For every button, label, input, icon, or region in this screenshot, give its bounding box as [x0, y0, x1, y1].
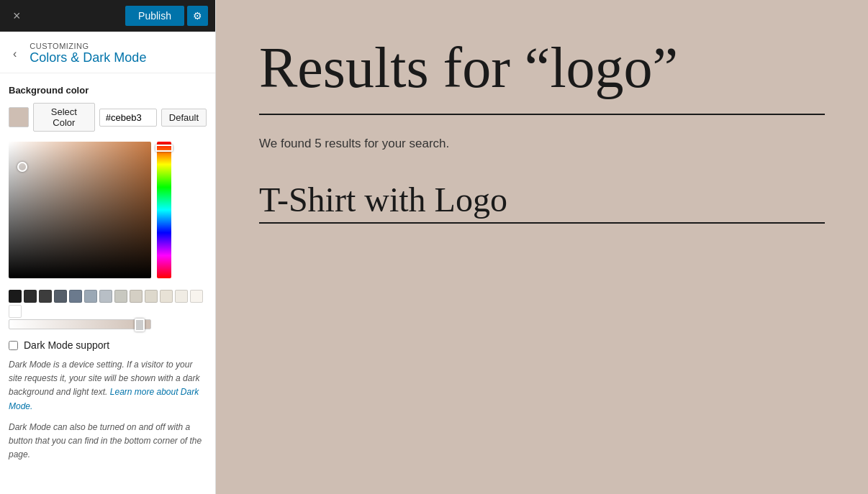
panel-content: Background color Select Color Default: [0, 73, 215, 494]
color-swatch[interactable]: [9, 107, 29, 127]
hue-handle[interactable]: [155, 145, 173, 152]
customizing-label: Customizing: [30, 42, 146, 50]
hue-strip[interactable]: [157, 142, 171, 278]
swatches-area: [9, 290, 207, 332]
opacity-handle[interactable]: [135, 319, 145, 331]
settings-button[interactable]: ⚙: [187, 6, 208, 26]
color-picker-wrap: [9, 142, 207, 278]
section-title: Colors & Dark Mode: [30, 50, 146, 65]
product-title: T-Shirt with Logo: [259, 180, 825, 224]
dark-mode-label[interactable]: Dark Mode support: [24, 339, 109, 351]
dark-mode-section: Dark Mode support Dark Mode is a device …: [9, 339, 207, 462]
section-title-plain: Colors &: [30, 50, 83, 65]
publish-button[interactable]: Publish: [125, 6, 184, 26]
section-title-accent: Dark Mode: [83, 50, 146, 65]
color-swatch-option[interactable]: [130, 290, 143, 303]
color-swatch-option[interactable]: [9, 305, 22, 318]
publish-area: Publish ⚙: [125, 6, 208, 26]
divider-line: [259, 114, 825, 115]
dark-mode-checkbox[interactable]: [9, 341, 18, 350]
select-color-button[interactable]: Select Color: [33, 103, 95, 132]
color-swatch-option[interactable]: [175, 290, 188, 303]
color-swatch-option[interactable]: [54, 290, 67, 303]
close-button[interactable]: ×: [7, 6, 27, 25]
gradient-handle[interactable]: [17, 162, 27, 172]
dark-mode-description: Dark Mode is a device setting. If a visi…: [9, 358, 207, 413]
results-heading: Results for “logo”: [259, 36, 825, 99]
color-swatch-option[interactable]: [69, 290, 82, 303]
dark-mode-extra-text: Dark Mode can also be turned on and off …: [9, 421, 207, 462]
color-swatch-option[interactable]: [190, 290, 203, 303]
opacity-strip-wrap: [9, 319, 207, 329]
swatches-row: [9, 290, 207, 318]
nav-title-area: Customizing Colors & Dark Mode: [30, 42, 146, 65]
dark-mode-row: Dark Mode support: [9, 339, 207, 351]
color-swatch-option[interactable]: [24, 290, 37, 303]
results-count: We found 5 results for your search.: [259, 137, 825, 151]
color-swatch-option[interactable]: [39, 290, 52, 303]
color-swatch-option[interactable]: [84, 290, 97, 303]
hex-input[interactable]: [99, 109, 157, 127]
default-button[interactable]: Default: [161, 109, 207, 127]
color-swatch-option[interactable]: [160, 290, 173, 303]
right-preview: Results for “logo” We found 5 results fo…: [216, 0, 868, 494]
color-controls: Select Color Default: [9, 103, 207, 132]
nav-row: ‹ Customizing Colors & Dark Mode: [0, 32, 215, 73]
left-panel: × Publish ⚙ ‹ Customizing Colors & Dark …: [0, 0, 216, 494]
bg-color-label: Background color: [9, 85, 207, 96]
color-swatch-option[interactable]: [114, 290, 127, 303]
opacity-strip[interactable]: [9, 319, 151, 329]
back-button[interactable]: ‹: [9, 46, 21, 62]
color-swatch-option[interactable]: [9, 290, 22, 303]
top-bar: × Publish ⚙: [0, 0, 215, 32]
color-swatch-option[interactable]: [145, 290, 158, 303]
color-swatch-option[interactable]: [99, 290, 112, 303]
color-gradient[interactable]: [9, 142, 151, 278]
